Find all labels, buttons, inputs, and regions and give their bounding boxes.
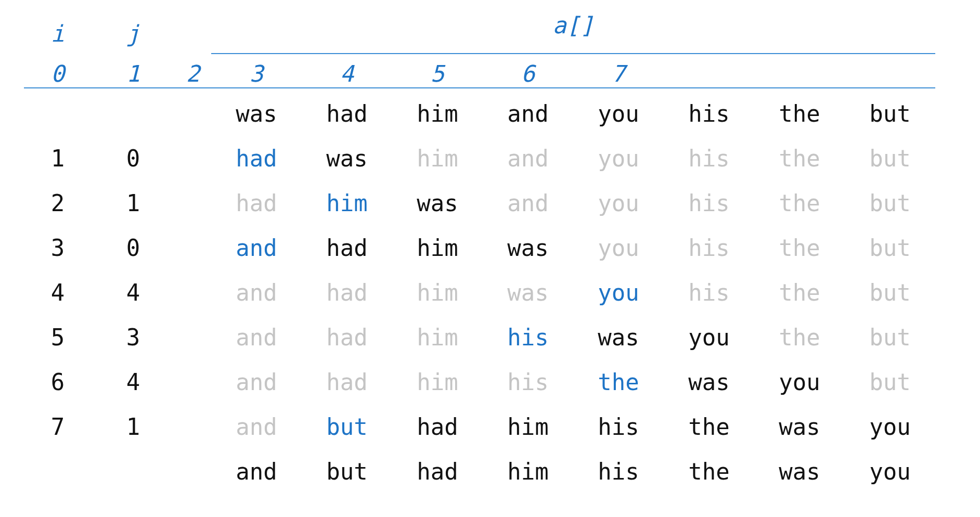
array-cell: the (754, 226, 845, 270)
array-cell: was (392, 181, 483, 226)
i-value: 1 (24, 136, 92, 181)
j-value: 4 (92, 270, 175, 315)
array-cell: him (392, 92, 483, 136)
array-cell: his (664, 181, 754, 226)
array-cell: him (483, 405, 573, 449)
array-cell: you (573, 92, 664, 136)
grid: i j a[] 0 1 2 3 4 5 6 7 washadhimandyouh… (24, 5, 956, 494)
row-gap (175, 181, 211, 226)
array-cell: him (302, 181, 392, 226)
array-cell: his (573, 405, 664, 449)
j-value: 1 (92, 405, 175, 449)
rule-under-a (211, 53, 935, 54)
col-1: 1 (92, 62, 175, 85)
array-cell: was (483, 226, 573, 270)
i-value (24, 449, 92, 494)
row-gap (175, 315, 211, 360)
array-cell: and (211, 449, 302, 494)
j-value: 1 (92, 181, 175, 226)
row-gap (175, 405, 211, 449)
j-value: 0 (92, 226, 175, 270)
col-4: 4 (302, 62, 392, 85)
j-value (92, 92, 175, 136)
array-cell: his (664, 270, 754, 315)
array-cell: you (845, 405, 935, 449)
header-i: i (24, 5, 92, 62)
array-cell: him (392, 360, 483, 405)
i-value: 3 (24, 226, 92, 270)
array-cell: him (392, 136, 483, 181)
j-value: 0 (92, 136, 175, 181)
array-cell: had (302, 270, 392, 315)
array-cell: was (483, 270, 573, 315)
array-cell: the (664, 449, 754, 494)
col-5: 5 (392, 62, 483, 85)
array-cell: and (211, 270, 302, 315)
array-cell: him (392, 226, 483, 270)
array-cell: his (664, 136, 754, 181)
col-0: 0 (24, 62, 92, 85)
array-cell: was (664, 360, 754, 405)
array-cell: had (392, 449, 483, 494)
array-cell: his (573, 449, 664, 494)
array-cell: the (754, 270, 845, 315)
array-cell: and (211, 360, 302, 405)
array-cell: you (573, 270, 664, 315)
array-cell: him (392, 315, 483, 360)
row-gap (175, 449, 211, 494)
array-cell: his (483, 360, 573, 405)
array-cell: but (845, 181, 935, 226)
array-cell: his (664, 92, 754, 136)
row-gap (175, 360, 211, 405)
array-cell: had (211, 181, 302, 226)
i-value: 7 (24, 405, 92, 449)
array-cell: you (845, 449, 935, 494)
row-gap (175, 136, 211, 181)
row-gap (175, 92, 211, 136)
array-cell: had (302, 360, 392, 405)
array-cell: but (845, 315, 935, 360)
array-cell: had (302, 92, 392, 136)
row-gap (175, 226, 211, 270)
col-7: 7 (573, 62, 664, 85)
array-cell: his (483, 315, 573, 360)
array-cell: but (845, 360, 935, 405)
i-value: 2 (24, 181, 92, 226)
array-cell: and (483, 92, 573, 136)
array-cell: but (302, 405, 392, 449)
array-cell: was (754, 449, 845, 494)
array-cell: you (573, 136, 664, 181)
array-cell: had (211, 136, 302, 181)
col-3: 3 (211, 62, 302, 85)
j-value: 3 (92, 315, 175, 360)
array-cell: the (664, 405, 754, 449)
col-2: 2 (175, 62, 211, 85)
i-value: 4 (24, 270, 92, 315)
array-cell: was (573, 315, 664, 360)
array-cell: but (845, 270, 935, 315)
array-cell: you (573, 181, 664, 226)
array-cell: but (845, 226, 935, 270)
trace-table: i j a[] 0 1 2 3 4 5 6 7 washadhimandyouh… (0, 0, 980, 517)
i-value: 6 (24, 360, 92, 405)
array-cell: the (754, 315, 845, 360)
i-value (24, 92, 92, 136)
array-cell: was (754, 405, 845, 449)
array-cell: the (754, 136, 845, 181)
array-cell: but (845, 136, 935, 181)
array-cell: him (483, 449, 573, 494)
array-cell: you (573, 226, 664, 270)
header-j: j (92, 5, 175, 62)
array-cell: and (211, 315, 302, 360)
header-a: a[] (211, 12, 935, 39)
array-cell: his (664, 226, 754, 270)
array-cell: you (754, 360, 845, 405)
rule-under-header (24, 87, 935, 88)
array-cell: the (754, 92, 845, 136)
array-cell: and (211, 226, 302, 270)
array-cell: him (392, 270, 483, 315)
row-gap (175, 270, 211, 315)
i-value: 5 (24, 315, 92, 360)
array-cell: had (392, 405, 483, 449)
array-cell: had (302, 226, 392, 270)
